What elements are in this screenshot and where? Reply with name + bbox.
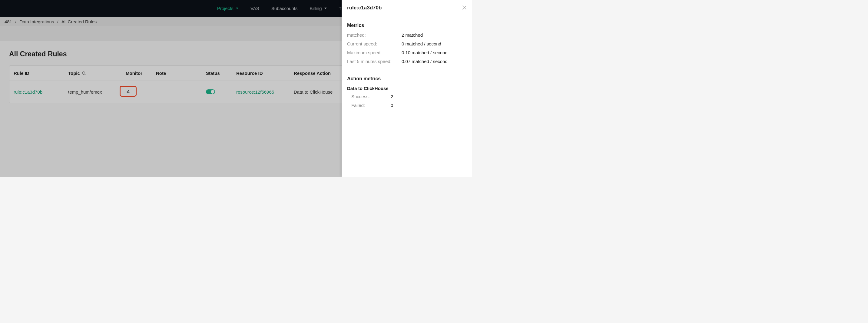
breadcrumb-item[interactable]: Data Integrations [20,19,54,24]
action-metric-value: 0 [391,103,393,108]
metric-label: Last 5 minutes speed: [347,59,402,64]
action-metric-name: Data to ClickHouse [347,86,466,91]
metric-value: 2 matched [402,32,423,37]
action-metric-value: 2 [391,94,393,99]
svg-line-1 [85,74,86,75]
topic-cell: temp_hum/emqx [68,89,126,94]
col-resource-id: Resource ID [236,70,294,76]
nav-billing-label: Billing [310,6,322,11]
col-status: Status [206,70,236,76]
monitor-button[interactable] [120,86,136,97]
breadcrumb-item[interactable]: 481 [4,19,12,24]
nav-subaccounts[interactable]: Subaccounts [271,6,298,11]
col-rule-id: Rule ID [13,70,68,76]
metrics-heading: Metrics [347,23,466,28]
close-icon[interactable] [462,5,466,10]
drawer-body: Metrics matched: 2 matched Current speed… [342,16,472,118]
svg-rect-4 [128,90,129,93]
col-note: Note [156,70,206,76]
metric-row: Current speed: 0 matched / second [347,41,466,46]
drawer-header: rule:c1a3d70b [342,0,472,16]
rule-id-link[interactable]: rule:c1a3d70b [13,89,68,94]
action-metric-label: Failed: [351,103,391,108]
metric-label: matched: [347,32,402,37]
col-response-action: Response Action [294,70,348,76]
action-metric-label: Success: [351,94,391,99]
status-toggle[interactable] [206,89,215,94]
side-drawer: rule:c1a3d70b Metrics matched: 2 matched… [342,0,472,177]
chevron-down-icon [324,7,327,9]
search-icon [82,71,86,76]
breadcrumb-item[interactable]: All Created Rules [61,19,97,24]
resource-id-link[interactable]: resource:12f56965 [236,89,294,94]
action-metrics-heading: Action metrics [347,76,466,82]
metric-row: Maximum speed: 0.10 matched / second [347,50,466,55]
nav-vas[interactable]: VAS [250,6,259,11]
svg-point-0 [82,71,85,74]
metric-label: Current speed: [347,41,402,46]
metric-row: matched: 2 matched [347,32,466,37]
action-metric-row: Failed: 0 [347,103,466,108]
metric-value: 0.07 matched / second [402,59,447,64]
nav-subaccounts-label: Subaccounts [271,6,298,11]
metric-value: 0.10 matched / second [402,50,447,55]
nav-projects[interactable]: Projects [217,6,238,11]
breadcrumb-separator: / [15,19,17,24]
svg-rect-3 [127,91,128,93]
action-metric-row: Success: 2 [347,94,466,99]
col-monitor: Monitor [126,70,156,76]
nav-projects-label: Projects [217,6,234,11]
metric-label: Maximum speed: [347,50,402,55]
chevron-down-icon [236,7,238,9]
drawer-title: rule:c1a3d70b [347,5,382,11]
bar-chart-icon [126,89,130,93]
response-action-cell: Data to ClickHouse [294,89,348,94]
metric-value: 0 matched / second [402,41,441,46]
col-topic-label: Topic [68,70,80,76]
nav-vas-label: VAS [250,6,259,11]
status-cell [206,89,236,94]
monitor-cell [126,86,156,97]
metric-row: Last 5 minutes speed: 0.07 matched / sec… [347,59,466,64]
nav-billing[interactable]: Billing [310,6,327,11]
breadcrumb-separator: / [57,19,58,24]
col-topic[interactable]: Topic [68,70,126,76]
